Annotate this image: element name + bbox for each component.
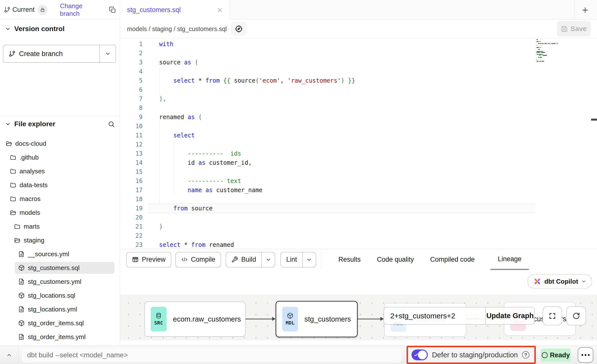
help-icon[interactable]: ?: [522, 351, 529, 359]
code-line-1[interactable]: 1with: [120, 40, 597, 49]
collapse-panel-button[interactable]: [0, 346, 19, 364]
code-line-21[interactable]: 21): [120, 222, 597, 231]
tab-results[interactable]: Results: [338, 249, 361, 270]
more-options-button[interactable]: [578, 347, 593, 363]
version-control-header[interactable]: Version control: [0, 24, 120, 34]
database-icon: [155, 312, 162, 319]
search-icon[interactable]: [108, 121, 115, 128]
sidebar-item-stg-customers-yml[interactable]: stg_customers.yml: [0, 275, 120, 289]
update-graph-button[interactable]: Update Graph: [485, 307, 534, 324]
current-branch-label: Current: [12, 6, 35, 14]
defer-toggle[interactable]: [411, 349, 428, 360]
code-area[interactable]: 1with23source as (45 select * from {{ so…: [120, 40, 597, 249]
code-line-9[interactable]: 9renamed as (: [120, 113, 597, 122]
code-line-12[interactable]: 12: [120, 140, 597, 149]
sidebar-item-data-tests[interactable]: data-tests: [0, 178, 120, 192]
code-line-3[interactable]: 3source as (: [120, 58, 597, 67]
git-branch-icon: [9, 50, 16, 57]
sidebar-item-stg-order-items-yml[interactable]: stg_order_items.yml: [0, 330, 120, 344]
sidebar-item-macros[interactable]: macros: [0, 192, 120, 206]
line-number: 7: [120, 94, 148, 104]
folder-icon: [10, 154, 16, 161]
sidebar-item-stg-customers-sql[interactable]: stg_customers.sql: [0, 261, 120, 275]
sidebar-item-docs-cloud[interactable]: docs-cloud: [0, 137, 120, 150]
file-explorer-header[interactable]: File explorer: [0, 118, 120, 130]
sidebar-item-stg-order-items-sql[interactable]: stg_order_items.sql: [0, 316, 120, 330]
line-number: 6: [120, 85, 148, 94]
change-branch-link[interactable]: Change branch: [60, 2, 103, 18]
line-number: 11: [120, 131, 148, 140]
code-line-13[interactable]: 13 ---------- ids: [120, 149, 597, 158]
copy-branch-icon[interactable]: [109, 6, 116, 13]
code-line-4[interactable]: 4: [120, 67, 597, 76]
fullscreen-button[interactable]: [543, 307, 562, 325]
code-editor[interactable]: 1with23source as (45 select * from {{ so…: [120, 38, 597, 249]
sidebar-item-stg-locations-yml[interactable]: stg_locations.yml: [0, 302, 120, 316]
close-tab-icon[interactable]: [217, 7, 223, 13]
code-line-11[interactable]: 11 select: [120, 131, 597, 140]
command-input[interactable]: [22, 348, 402, 362]
sidebar-item-analyses[interactable]: analyses: [0, 164, 120, 178]
lint-dropdown[interactable]: [302, 252, 316, 267]
file-label: staging: [24, 237, 44, 244]
code-line-14[interactable]: 14 id as customer_id,: [120, 158, 597, 167]
compass-button[interactable]: [231, 22, 246, 36]
tabstrip-divider: [574, 0, 575, 20]
node-label: stg_customers: [304, 315, 351, 323]
code-line-22[interactable]: 22: [120, 231, 597, 240]
sidebar-item-models[interactable]: models: [0, 206, 120, 219]
new-tab-button[interactable]: [579, 4, 591, 16]
code-line-18[interactable]: 18: [120, 195, 597, 204]
build-button[interactable]: Build: [226, 252, 275, 267]
editor-scrollbar-thumb[interactable]: [591, 119, 597, 121]
code-line-17[interactable]: 17 name as customer_name: [120, 186, 597, 195]
build-dropdown[interactable]: [261, 252, 275, 267]
lint-button[interactable]: Lint: [280, 252, 316, 267]
sidebar-item-marts[interactable]: marts: [0, 219, 120, 233]
file-icon: [18, 251, 25, 257]
tab-compiled-code[interactable]: Compiled code: [430, 249, 475, 270]
code-line-7[interactable]: 7),: [120, 94, 597, 104]
tab-lineage[interactable]: Lineage: [490, 249, 529, 270]
line-number: 8: [120, 104, 148, 113]
tab-code-quality[interactable]: Code quality: [376, 249, 414, 270]
tab-stg-customers-sql[interactable]: stg_customers.sql: [120, 0, 230, 20]
create-branch-button[interactable]: Create branch: [3, 45, 116, 63]
code-line-8[interactable]: 8: [120, 104, 597, 113]
code-line-6[interactable]: 6: [120, 85, 597, 94]
line-number: 17: [120, 186, 148, 195]
line-number: 18: [120, 195, 148, 204]
code-line-16[interactable]: 16 ---------- text: [120, 177, 597, 186]
file-icon: [18, 306, 25, 312]
refresh-button[interactable]: [566, 307, 586, 325]
sidebar-item-staging[interactable]: staging: [0, 233, 120, 247]
compass-icon: [235, 25, 243, 33]
tab-title: stg_customers.sql: [127, 6, 217, 14]
sidebar-item--sources-yml[interactable]: __sources.yml: [0, 247, 120, 261]
sidebar-item-stg-locations-sql[interactable]: stg_locations.sql: [0, 289, 120, 302]
editor-minimap[interactable]: [537, 39, 566, 63]
lineage-graph[interactable]: SRC ecom.raw_customers MDL stg_customers…: [120, 295, 597, 340]
code-line-20[interactable]: 20: [120, 213, 597, 222]
sidebar-item--github[interactable]: .github: [0, 150, 120, 164]
folder-icon: [10, 168, 16, 174]
code-line-5[interactable]: 5 select * from {{ source('ecom', 'raw_c…: [120, 76, 597, 85]
save-button[interactable]: Save: [557, 21, 591, 36]
compile-button[interactable]: Compile: [175, 252, 221, 267]
lineage-selector-input[interactable]: [384, 307, 485, 324]
version-control-title: Version control: [14, 25, 65, 33]
line-number: 16: [120, 177, 148, 186]
code-line-23[interactable]: 23select * from renamed: [120, 240, 597, 249]
code-line-19[interactable]: 19 from source: [120, 204, 597, 213]
code-line-15[interactable]: 15: [120, 167, 597, 177]
fullscreen-icon: [549, 312, 556, 320]
lineage-node-stg-customers[interactable]: MDL stg_customers: [276, 301, 358, 337]
branch-lock-badge: [37, 5, 48, 15]
code-line-10[interactable]: 10: [120, 122, 597, 131]
code-line-2[interactable]: 2: [120, 49, 597, 58]
lineage-node-source[interactable]: SRC ecom.raw_customers: [145, 302, 245, 337]
file-label: stg_customers.yml: [28, 278, 81, 286]
dbt-copilot-button[interactable]: dbt Copilot: [527, 274, 592, 289]
create-branch-dropdown[interactable]: [99, 45, 116, 62]
preview-button[interactable]: Preview: [126, 252, 171, 267]
